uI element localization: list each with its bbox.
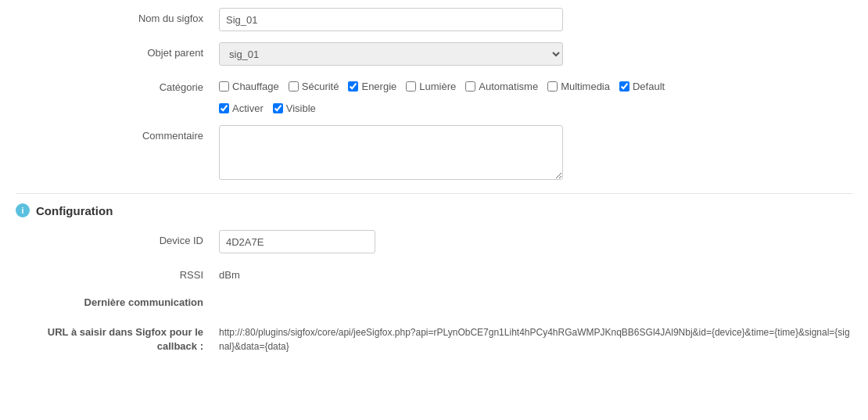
categorie-checkbox-group: Chauffage Sécurité Energie Lumière — [219, 77, 852, 92]
checkbox-automatisme-label: Automatisme — [479, 81, 538, 92]
url-row: URL à saisir dans Sigfox pour le callbac… — [16, 321, 852, 354]
device-id-control — [219, 230, 852, 253]
commentaire-row: Commentaire — [16, 125, 852, 182]
checkbox-visible-input[interactable] — [273, 103, 283, 113]
checkbox-chauffage-input[interactable] — [219, 81, 229, 92]
checkbox-securite: Sécurité — [289, 81, 339, 92]
objet-parent-control: sig_01 — [219, 42, 852, 66]
checkbox-activer: Activer — [219, 102, 264, 114]
checkbox-activer-label: Activer — [232, 102, 264, 114]
checkbox-energie-label: Energie — [361, 81, 396, 92]
commentaire-textarea[interactable] — [219, 125, 563, 180]
checkbox-visible-label: Visible — [286, 102, 316, 114]
url-control: http://:80/plugins/sigfox/core/api/jeeSi… — [219, 321, 852, 354]
checkbox-chauffage-label: Chauffage — [232, 81, 279, 92]
rssi-row: RSSI dBm — [16, 264, 852, 281]
checkbox-automatisme: Automatisme — [465, 81, 538, 92]
info-icon: i — [16, 203, 30, 217]
nom-sigfox-input[interactable] — [219, 8, 563, 31]
objet-parent-select[interactable]: sig_01 — [219, 42, 563, 66]
checkbox-visible: Visible — [273, 102, 316, 114]
nom-sigfox-label: Nom du sigfox — [16, 8, 219, 24]
checkbox-automatisme-input[interactable] — [465, 81, 475, 92]
nom-sigfox-control — [219, 8, 852, 31]
derniere-comm-value — [219, 292, 852, 296]
checkbox-chauffage: Chauffage — [219, 81, 279, 92]
rssi-control: dBm — [219, 264, 852, 281]
device-id-row: Device ID — [16, 230, 852, 253]
checkbox-default-input[interactable] — [619, 81, 629, 92]
categorie-label: Catégorie — [16, 77, 219, 93]
checkbox-default-label: Default — [633, 81, 665, 92]
rssi-unit: dBm — [219, 264, 852, 281]
rssi-label: RSSI — [16, 264, 219, 281]
checkbox-lumiere-label: Lumière — [419, 81, 456, 92]
categorie-row: Catégorie Chauffage Sécurité Energie — [16, 77, 852, 114]
url-value: http://:80/plugins/sigfox/core/api/jeeSi… — [219, 321, 852, 354]
checkbox-lumiere-input[interactable] — [406, 81, 416, 92]
checkbox-default: Default — [619, 81, 665, 92]
url-label: URL à saisir dans Sigfox pour le callbac… — [16, 321, 219, 354]
checkbox-multimedia-input[interactable] — [547, 81, 558, 92]
configuration-section-header: i Configuration — [16, 193, 852, 217]
nom-sigfox-row: Nom du sigfox — [16, 8, 852, 31]
device-id-label: Device ID — [16, 230, 219, 246]
commentaire-label: Commentaire — [16, 125, 219, 142]
checkbox-multimedia-label: Multimedia — [561, 81, 610, 92]
derniere-comm-control — [219, 292, 852, 296]
checkbox-securite-input[interactable] — [289, 81, 299, 92]
form-section: Nom du sigfox Objet parent sig_01 Catégo… — [16, 8, 852, 354]
categorie-control: Chauffage Sécurité Energie Lumière — [219, 77, 852, 114]
objet-parent-label: Objet parent — [16, 42, 219, 59]
commentaire-control — [219, 125, 852, 182]
checkbox-activer-input[interactable] — [219, 103, 229, 113]
checkbox-securite-label: Sécurité — [302, 81, 339, 92]
configuration-title: Configuration — [36, 204, 113, 217]
checkbox-multimedia: Multimedia — [547, 81, 610, 92]
derniere-comm-row: Dernière communication — [16, 292, 852, 310]
checkbox-energie: Energie — [348, 81, 396, 92]
objet-parent-row: Objet parent sig_01 — [16, 42, 852, 66]
device-id-input[interactable] — [219, 230, 375, 253]
checkbox-lumiere: Lumière — [406, 81, 456, 92]
derniere-comm-label: Dernière communication — [16, 292, 219, 310]
page-container: Nom du sigfox Objet parent sig_01 Catégo… — [0, 0, 868, 420]
activer-visible-group: Activer Visible — [219, 99, 852, 114]
checkbox-energie-input[interactable] — [348, 81, 358, 92]
